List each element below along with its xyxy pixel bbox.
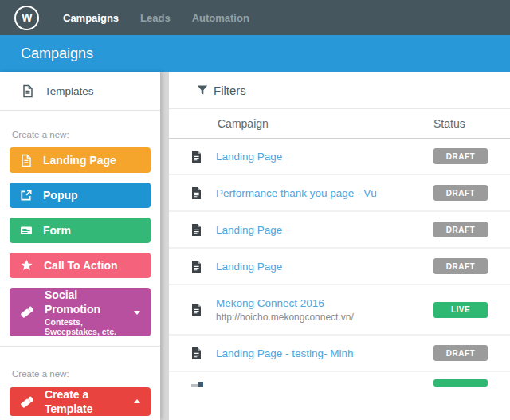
button-label: Landing Page xyxy=(43,153,116,167)
create-new-label-2: Create a new: xyxy=(12,369,160,379)
ticket-icon xyxy=(20,305,34,319)
status-cell: DRAFT xyxy=(434,345,510,361)
form-button[interactable]: Form xyxy=(10,218,151,243)
filters-toggle[interactable]: Filters xyxy=(169,72,510,109)
popup-icon xyxy=(20,189,33,202)
campaign-text: Landing Page - testing- Minh xyxy=(216,347,354,359)
nav-item-campaigns[interactable]: Campaigns xyxy=(63,12,119,24)
star-icon xyxy=(20,259,33,272)
status-cell: DRAFT xyxy=(434,148,510,164)
landing-page-icon xyxy=(20,154,33,167)
button-label: Social PromotionContests, Sweepstakes, e… xyxy=(45,288,130,336)
filter-icon xyxy=(197,84,208,96)
campaign-link[interactable]: Landing Page xyxy=(216,261,282,273)
table-header: Campaign Status xyxy=(169,109,510,139)
campaign-text: Landing Page xyxy=(216,151,282,163)
campaign-table-body: Landing PageDRAFTPerformance thank you p… xyxy=(169,139,510,420)
table-row: Performance thank you page - VũDRAFT xyxy=(169,175,510,212)
campaign-type-icon-partial xyxy=(191,381,203,387)
popup-button[interactable]: Popup xyxy=(10,183,151,208)
campaign-cell: Performance thank you page - Vũ xyxy=(169,187,434,199)
page-header: Campaigns xyxy=(0,35,510,72)
campaign-link[interactable]: Mekong Connect 2016 xyxy=(216,297,354,309)
document-icon xyxy=(191,224,202,236)
sidebar-divider xyxy=(0,346,160,347)
landing-page-button[interactable]: Landing Page xyxy=(10,147,151,173)
campaign-cell: Mekong Connect 2016http://hoicho.mekongc… xyxy=(169,297,434,323)
campaign-text: Mekong Connect 2016http://hoicho.mekongc… xyxy=(216,297,354,323)
table-row xyxy=(169,372,510,420)
document-icon xyxy=(191,187,202,199)
button-label: Create a Template xyxy=(45,387,130,416)
column-header-campaign: Campaign xyxy=(218,117,434,130)
create-new-label: Create a new: xyxy=(12,130,160,139)
column-header-status: Status xyxy=(434,117,510,130)
create-a-template-button[interactable]: Create a Template xyxy=(10,387,151,416)
campaign-link[interactable]: Landing Page xyxy=(216,151,282,163)
caret-up-icon xyxy=(134,399,140,403)
document-icon xyxy=(191,347,202,359)
campaign-link[interactable]: Performance thank you page - Vũ xyxy=(216,187,377,199)
filters-label: Filters xyxy=(214,84,246,97)
document-icon xyxy=(191,304,202,316)
brand-logo[interactable]: W xyxy=(14,6,39,30)
call-to-action-button[interactable]: Call To Action xyxy=(10,253,151,278)
status-badge: DRAFT xyxy=(434,222,488,237)
social-promotion-button[interactable]: Social PromotionContests, Sweepstakes, e… xyxy=(10,288,151,336)
campaign-link[interactable]: Landing Page - testing- Minh xyxy=(216,347,354,359)
campaign-text: Landing Page xyxy=(216,261,282,273)
status-badge: LIVE xyxy=(434,302,488,318)
status-badge xyxy=(434,379,488,387)
status-badge: DRAFT xyxy=(434,345,488,361)
top-navbar: W CampaignsLeadsAutomation xyxy=(0,0,510,35)
sidebar-main-gap xyxy=(160,72,169,420)
campaign-cell: Landing Page xyxy=(169,224,434,236)
templates-label: Templates xyxy=(45,85,94,97)
sidebar: Templates Create a new: Landing PagePopu… xyxy=(0,72,160,420)
campaign-cell: Landing Page - testing- Minh xyxy=(169,347,434,359)
sidebar-create-buttons: Landing PagePopupFormCall To ActionSocia… xyxy=(0,139,160,336)
table-row: Landing PageDRAFT xyxy=(169,139,510,175)
page-title: Campaigns xyxy=(21,45,93,62)
status-badge: DRAFT xyxy=(434,258,488,274)
button-label: Popup xyxy=(43,188,78,202)
sidebar-template-button-wrap: Create a Template xyxy=(0,379,160,416)
document-icon xyxy=(191,261,202,273)
navbar-items: CampaignsLeadsAutomation xyxy=(63,12,271,24)
form-icon xyxy=(20,224,33,237)
status-cell: LIVE xyxy=(434,302,510,318)
status-badge: DRAFT xyxy=(434,185,488,201)
main-panel: Filters Campaign Status Landing PageDRAF… xyxy=(169,72,510,420)
button-label: Form xyxy=(43,223,71,237)
campaign-url: http://hoicho.mekongconnect.vn/ xyxy=(216,312,354,323)
campaign-cell: Landing Page xyxy=(169,261,434,273)
status-cell: DRAFT xyxy=(434,258,510,274)
campaign-cell xyxy=(169,372,434,387)
status-cell: DRAFT xyxy=(434,185,510,201)
status-cell: DRAFT xyxy=(434,222,510,237)
caret-down-icon xyxy=(134,311,140,315)
campaign-cell: Landing Page xyxy=(169,151,434,163)
table-row: Landing PageDRAFT xyxy=(169,249,510,285)
status-cell xyxy=(434,372,510,387)
button-label: Call To Action xyxy=(44,258,118,273)
button-sublabel: Contests, Sweepstakes, etc. xyxy=(45,317,130,336)
table-row: Landing Page - testing- MinhDRAFT xyxy=(169,336,510,372)
document-icon xyxy=(191,151,202,163)
table-row: Landing PageDRAFT xyxy=(169,212,510,249)
status-badge: DRAFT xyxy=(434,148,488,164)
document-icon xyxy=(22,84,34,98)
campaign-text: Performance thank you page - Vũ xyxy=(216,187,377,199)
nav-item-leads[interactable]: Leads xyxy=(140,12,171,24)
nav-item-automation[interactable]: Automation xyxy=(192,12,249,24)
sidebar-item-templates[interactable]: Templates xyxy=(0,72,160,111)
ticket-icon xyxy=(20,395,34,409)
campaign-link[interactable]: Landing Page xyxy=(216,224,282,236)
table-row: Mekong Connect 2016http://hoicho.mekongc… xyxy=(169,285,510,336)
campaign-text: Landing Page xyxy=(216,224,282,236)
